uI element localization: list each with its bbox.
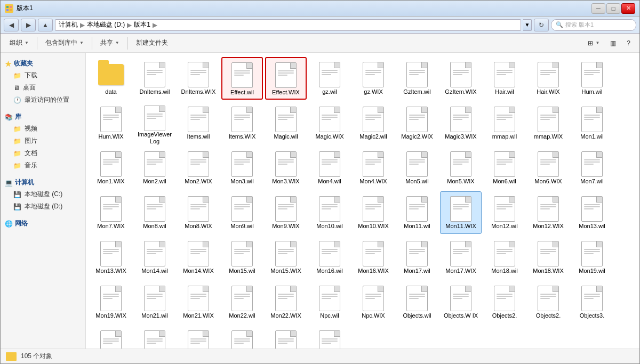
list-item[interactable]: Mon7.WIX	[90, 191, 132, 234]
sidebar-header-library[interactable]: 📚 库	[1, 110, 85, 123]
list-item[interactable]: Mon5.WIX	[440, 147, 482, 189]
list-item[interactable]: Mon17.WIX	[440, 236, 482, 279]
list-item[interactable]: Npc.WIX	[353, 281, 394, 323]
list-item[interactable]: Mon22.WIX	[265, 281, 307, 323]
list-item[interactable]: Objects4.	[178, 326, 219, 349]
list-item[interactable]: Mon19.WIX	[90, 281, 132, 323]
list-item[interactable]: Mon10.WIX	[353, 191, 394, 234]
list-item[interactable]: gz.WIX	[353, 57, 394, 100]
path-dropdown-button[interactable]: ▼	[523, 19, 532, 31]
list-item[interactable]: Objects4.	[134, 326, 175, 349]
list-item[interactable]: Mon15.wil	[221, 236, 263, 279]
list-item[interactable]: Mon17.wil	[396, 236, 438, 279]
list-item[interactable]: Items.wil	[178, 102, 219, 144]
list-item[interactable]: Npc.wil	[309, 281, 350, 323]
view-toggle-button[interactable]: ⊞ ▼	[583, 36, 604, 51]
list-item[interactable]: GzItem.WIX	[440, 57, 482, 100]
sidebar-header-network[interactable]: 🌐 网络	[1, 217, 85, 229]
list-item[interactable]: Mon18.WIX	[527, 236, 569, 279]
list-item[interactable]: Mon14.WIX	[178, 236, 219, 279]
list-item[interactable]: Mon19.wil	[571, 236, 613, 279]
list-item[interactable]: Mon18.wil	[484, 236, 525, 279]
maximize-button[interactable]: □	[606, 3, 620, 14]
up-button[interactable]: ▲	[38, 19, 53, 31]
list-item[interactable]: Mon13.WIX	[90, 236, 132, 279]
list-item[interactable]: Magic2.wil	[353, 102, 394, 144]
list-item[interactable]: Mon21.WIX	[178, 281, 219, 323]
list-item[interactable]: Mon16.wil	[309, 236, 350, 279]
list-item[interactable]: Objects3.	[571, 281, 613, 323]
file-content-area[interactable]: data DnItems.wil	[86, 53, 639, 349]
search-box[interactable]: 🔍 搜索 版本1	[551, 19, 636, 31]
list-item[interactable]: Magic.WIX	[309, 102, 350, 144]
list-item[interactable]: Hum.WIX	[90, 102, 132, 144]
list-item[interactable]: Mon5.wil	[396, 147, 438, 189]
list-item[interactable]: Hair.WIX	[527, 57, 569, 100]
list-item[interactable]: GzItem.wil	[396, 57, 438, 100]
list-item[interactable]: DnItems.wil	[134, 57, 175, 100]
sidebar-item-desktop[interactable]: 🖥 桌面	[1, 82, 85, 94]
list-item[interactable]: Effect.wil	[221, 57, 263, 100]
share-button[interactable]: 共享 ▼	[95, 36, 124, 51]
list-item[interactable]: data	[90, 57, 132, 100]
list-item[interactable]: Mon11.WIX	[440, 191, 482, 234]
list-item[interactable]: Objects2.	[527, 281, 569, 323]
list-item[interactable]: Hum.wil	[571, 57, 613, 100]
list-item[interactable]: Mon2.WIX	[178, 147, 219, 189]
list-item[interactable]: Mon8.wil	[134, 191, 175, 234]
list-item[interactable]: Mon8.WIX	[178, 191, 219, 234]
list-item[interactable]: Mon3.WIX	[265, 147, 307, 189]
list-item[interactable]: Magic.wil	[265, 102, 307, 144]
list-item[interactable]: Objects6.	[309, 326, 350, 349]
list-item[interactable]: Mon4.wil	[309, 147, 350, 189]
list-item[interactable]: mmap.WIX	[527, 102, 569, 144]
list-item[interactable]: Mon6.WIX	[527, 147, 569, 189]
layout-button[interactable]: ▥	[605, 36, 621, 51]
list-item[interactable]: Objects5.	[265, 326, 307, 349]
list-item[interactable]: Mon13.wil	[571, 191, 613, 234]
minimize-button[interactable]: ─	[591, 3, 605, 14]
list-item[interactable]: Mon7.wil	[571, 147, 613, 189]
sidebar-item-drive-c[interactable]: 💾 本地磁盘 (C:)	[1, 188, 85, 200]
forward-button[interactable]: ▶	[21, 19, 36, 31]
list-item[interactable]: Magic3.WIX	[440, 102, 482, 144]
list-item[interactable]: Mon14.wil	[134, 236, 175, 279]
list-item[interactable]: Magic2.WIX	[396, 102, 438, 144]
list-item[interactable]: Mon6.wil	[484, 147, 525, 189]
sidebar-item-documents[interactable]: 📁 文档	[1, 147, 85, 159]
path-folder[interactable]: 版本1	[134, 20, 150, 29]
list-item[interactable]: Objects.wil	[396, 281, 438, 323]
path-drive[interactable]: 本地磁盘 (D:)	[87, 20, 125, 29]
list-item[interactable]: Mon4.WIX	[353, 147, 394, 189]
list-item[interactable]: Mon11.wil	[396, 191, 438, 234]
include-library-button[interactable]: 包含到库中 ▼	[41, 36, 89, 51]
sidebar-item-pictures[interactable]: 📁 图片	[1, 135, 85, 147]
list-item[interactable]: Mon16.WIX	[353, 236, 394, 279]
sidebar-item-music[interactable]: 📁 音乐	[1, 159, 85, 172]
list-item[interactable]: gz.wil	[309, 57, 350, 100]
close-button[interactable]: ✕	[621, 3, 635, 14]
list-item[interactable]: Objects3.	[90, 326, 132, 349]
sidebar-header-computer[interactable]: 💻 计算机	[1, 176, 85, 188]
list-item[interactable]: Mon10.wil	[309, 191, 350, 234]
list-item[interactable]: Mon22.wil	[221, 281, 263, 323]
path-computer[interactable]: 计算机	[59, 20, 78, 29]
list-item[interactable]: mmap.wil	[484, 102, 525, 144]
sidebar-item-download[interactable]: 📁 下载	[1, 69, 85, 82]
sidebar-item-video[interactable]: 📁 视频	[1, 123, 85, 135]
organize-button[interactable]: 组织 ▼	[5, 36, 34, 51]
list-item[interactable]: Mon9.wil	[221, 191, 263, 234]
new-folder-button[interactable]: 新建文件夹	[131, 36, 173, 51]
list-item[interactable]: Mon1.WIX	[90, 147, 132, 189]
list-item[interactable]: Hair.wil	[484, 57, 525, 100]
list-item[interactable]: Mon2.wil	[134, 147, 175, 189]
back-button[interactable]: ◀	[4, 19, 19, 31]
sidebar-item-drive-d[interactable]: 💾 本地磁盘 (D:)	[1, 200, 85, 213]
list-item[interactable]: Mon3.wil	[221, 147, 263, 189]
list-item[interactable]: Objects5.	[221, 326, 263, 349]
sidebar-item-recent[interactable]: 🕐 最近访问的位置	[1, 94, 85, 106]
sidebar-header-favorites[interactable]: ★ 收藏夹	[1, 57, 85, 69]
list-item[interactable]: Objects2.	[484, 281, 525, 323]
list-item[interactable]: Mon15.WIX	[265, 236, 307, 279]
list-item[interactable]: DnItems.WIX	[178, 57, 219, 100]
